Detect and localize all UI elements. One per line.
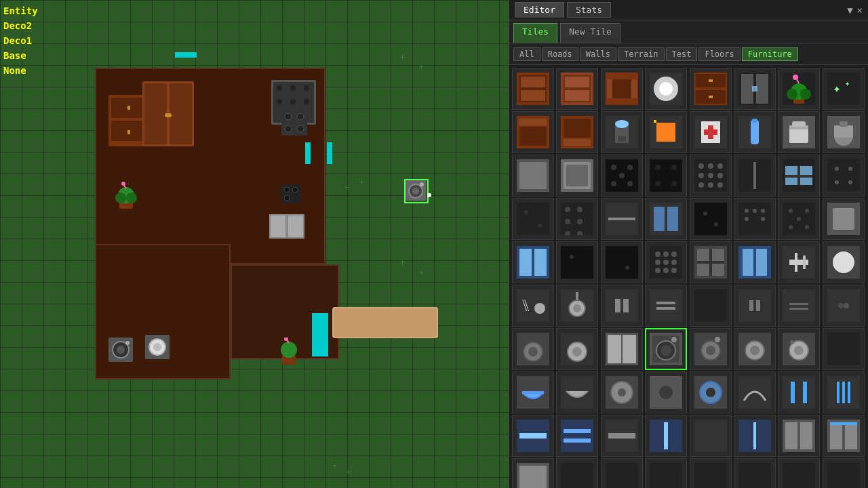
tile-water-dispenser[interactable] [601, 111, 643, 153]
tile-jug[interactable] [823, 111, 865, 153]
tile-empty3[interactable] [645, 458, 687, 488]
tile-dark2[interactable] [690, 198, 732, 240]
tile-small-grid[interactable] [734, 198, 776, 240]
tile-bucket[interactable] [778, 111, 820, 153]
tile-equals2[interactable] [778, 285, 820, 327]
layer-deco1[interactable]: Deco1 [3, 33, 38, 48]
filter-test[interactable]: Test [666, 47, 698, 61]
tile-last1[interactable] [512, 458, 554, 488]
tile-medical[interactable] [690, 111, 732, 153]
tile-circle-white[interactable] [823, 241, 865, 283]
tile-dark-dots2[interactable] [645, 155, 687, 197]
filter-terrain[interactable]: Terrain [618, 47, 665, 61]
tile-cyan-door2[interactable] [734, 241, 776, 283]
tile-dark-floor1[interactable] [512, 198, 554, 240]
tile-disc2[interactable] [690, 371, 732, 413]
tile-sofa[interactable] [601, 68, 643, 110]
tile-washing-machine[interactable] [645, 328, 687, 370]
tile-chair-side1[interactable] [512, 111, 554, 153]
tile-empty5[interactable] [734, 458, 776, 488]
tile-sparkle[interactable]: ✦✦ [823, 68, 865, 110]
filter-floors[interactable]: Floors [698, 47, 740, 61]
tile-bowl2[interactable] [556, 371, 598, 413]
tile-pipe-fork[interactable]: ⑊ [512, 285, 554, 327]
tile-grey-strip[interactable] [601, 415, 643, 457]
tile-empty1[interactable] [556, 458, 598, 488]
tile-grey-rect[interactable] [823, 198, 865, 240]
tile-black2[interactable] [601, 241, 643, 283]
filter-all[interactable]: All [513, 47, 540, 61]
tab-editor[interactable]: Editor [515, 2, 564, 18]
tile-empty2[interactable] [601, 458, 643, 488]
tile-brown-chair1[interactable] [512, 68, 554, 110]
tile-light-item[interactable] [778, 241, 820, 283]
tile-plant-pot[interactable] [778, 68, 820, 110]
tile-grey-circle2[interactable] [556, 328, 598, 370]
tile-pause[interactable] [601, 285, 643, 327]
tile-cyan-bottle[interactable] [734, 111, 776, 153]
tile-grey-blank[interactable] [823, 285, 865, 327]
tile-pipe-circle[interactable] [556, 285, 598, 327]
tile-dark-dots1[interactable] [601, 155, 643, 197]
tile-dryer[interactable] [690, 328, 732, 370]
tile-cyan-strip1[interactable] [512, 415, 554, 457]
tile-arch[interactable] [734, 371, 776, 413]
tile-grey-panel2[interactable] [556, 155, 598, 197]
tile-cyan-vert2[interactable] [734, 415, 776, 457]
tile-dark-blank2[interactable] [823, 328, 865, 370]
tile-cyan-panel[interactable] [645, 198, 687, 240]
tile-empty7[interactable] [823, 458, 865, 488]
tile-chair-side2[interactable] [556, 111, 598, 153]
tile-lamp[interactable] [645, 68, 687, 110]
tile-vert-bars2[interactable] [823, 371, 865, 413]
layer-entity[interactable]: Entity [3, 3, 38, 18]
tile-orange-thing[interactable] [645, 111, 687, 153]
tile-grey-door2[interactable] [823, 415, 865, 457]
pin-icon[interactable]: ▼ [847, 5, 852, 16]
tile-cyan-strip2[interactable] [556, 415, 598, 457]
tile-double-door[interactable] [601, 328, 643, 370]
tile-multi-dots[interactable] [556, 198, 598, 240]
tile-dark-mid[interactable] [645, 371, 687, 413]
tile-brown-chair2[interactable] [556, 68, 598, 110]
tile-9dots[interactable] [645, 241, 687, 283]
tile-grey-door[interactable] [778, 415, 820, 457]
tile-washer2[interactable] [734, 328, 776, 370]
tile-dresser[interactable] [690, 68, 732, 110]
tile-empty4[interactable] [690, 458, 732, 488]
tile-dark-strip[interactable] [690, 415, 732, 457]
tile-washer3[interactable] [778, 328, 820, 370]
tile-bowl1[interactable] [512, 371, 554, 413]
tile-grey-circle1[interactable] [512, 328, 554, 370]
tile-cyan-door[interactable] [512, 241, 554, 283]
filter-roads[interactable]: Roads [542, 47, 578, 61]
tile-grid-dots[interactable] [690, 155, 732, 197]
tile-horiz-bar[interactable] [601, 198, 643, 240]
close-icon[interactable]: × [857, 5, 863, 16]
tile-cyan-window[interactable] [778, 155, 820, 197]
tile-dark-dots3[interactable] [778, 198, 820, 240]
tile-equals[interactable] [645, 285, 687, 327]
tile-dark-blank1[interactable] [690, 285, 732, 327]
layer-base[interactable]: Base [3, 48, 38, 63]
filter-walls[interactable]: Walls [580, 47, 616, 61]
map-area[interactable]: Entity Deco2 Deco1 Base None [0, 0, 509, 488]
tile-empty6[interactable] [778, 458, 820, 488]
tile-cyan-vert[interactable] [645, 415, 687, 457]
tile-small-dots[interactable] [823, 155, 865, 197]
layer-deco2[interactable]: Deco2 [3, 18, 38, 33]
tile-vert-bars[interactable] [778, 371, 820, 413]
content-tab-new-tile[interactable]: New Tile [560, 23, 620, 43]
tab-stats[interactable]: Stats [567, 2, 611, 18]
tile-pause2[interactable] [734, 285, 776, 327]
layer-none[interactable]: None [3, 63, 38, 78]
tile-vertical-bar[interactable] [734, 155, 776, 197]
svg-point-216 [534, 303, 545, 314]
tile-grey-panel1[interactable] [512, 155, 554, 197]
filter-furniture[interactable]: Furniture [742, 47, 798, 61]
tile-door-dark[interactable] [734, 68, 776, 110]
tile-cabinet2[interactable] [690, 241, 732, 283]
content-tab-tiles[interactable]: Tiles [513, 23, 557, 43]
tile-black1[interactable] [556, 241, 598, 283]
tile-disc[interactable] [601, 371, 643, 413]
